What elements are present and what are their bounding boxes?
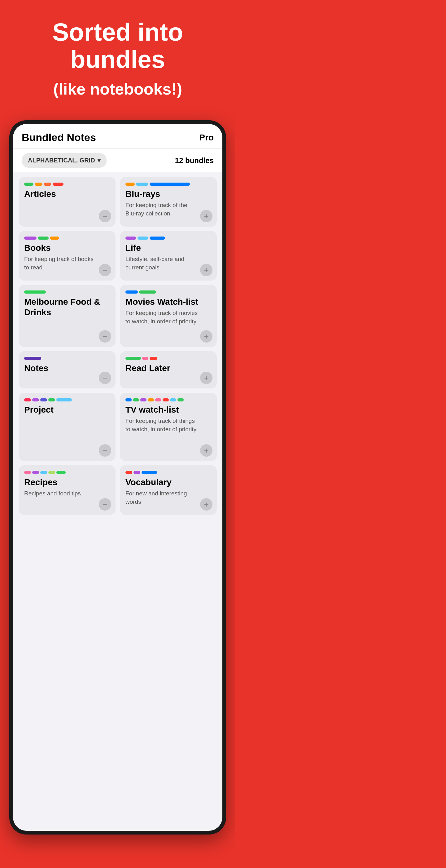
bundle-name-notes: Notes: [24, 363, 110, 374]
bundle-name-vocabulary: Vocabulary: [126, 477, 211, 488]
add-recipes-button[interactable]: +: [99, 498, 111, 510]
color-bar-melbourne: [24, 290, 110, 293]
bundle-name-readlater: Read Later: [126, 363, 211, 374]
sort-label: ALPHABETICAL, GRID: [28, 157, 95, 164]
sort-button[interactable]: ALPHABETICAL, GRID ▾: [22, 153, 107, 168]
bundle-card-books[interactable]: Books For keeping track of books to read…: [19, 231, 115, 281]
bundle-desc-books: For keeping track of books to read.: [24, 255, 110, 272]
bundles-grid: Articles + Blu-rays For keeping track of…: [13, 172, 222, 520]
bundle-card-melbourne[interactable]: Melbourne Food & Drinks +: [19, 285, 115, 347]
bundle-name-melbourne: Melbourne Food & Drinks: [24, 297, 110, 317]
bundle-desc-blurays: For keeping track of the Blu-ray collect…: [126, 201, 211, 218]
hero-title: Sorted into bundles: [12, 19, 223, 73]
bundles-count: 12 bundles: [175, 156, 214, 165]
bundle-desc-tv: For keeping track of things to watch, in…: [126, 417, 211, 433]
add-tv-button[interactable]: +: [200, 444, 212, 457]
add-project-button[interactable]: +: [99, 444, 111, 457]
color-bar-life: [126, 237, 211, 240]
bundle-card-vocabulary[interactable]: Vocabulary For new and interesting words…: [120, 465, 217, 515]
color-bar-articles: [24, 183, 110, 186]
bundle-name-life: Life: [126, 243, 211, 253]
color-bar-readlater: [126, 357, 211, 360]
bundle-name-project: Project: [24, 405, 110, 415]
add-notes-button[interactable]: +: [99, 372, 111, 384]
bundle-name-movies: Movies Watch-list: [126, 297, 211, 307]
color-bar-books: [24, 237, 110, 240]
color-bar-blurays: [126, 183, 211, 186]
bundle-card-tv[interactable]: TV watch-list For keeping track of thing…: [120, 393, 217, 461]
bundle-card-recipes[interactable]: Recipes Recipes and food tips. +: [19, 465, 115, 515]
add-melbourne-button[interactable]: +: [99, 330, 111, 343]
color-bar-movies: [126, 290, 211, 293]
chevron-down-icon: ▾: [98, 157, 100, 164]
add-books-button[interactable]: +: [99, 264, 111, 276]
add-life-button[interactable]: +: [200, 264, 212, 276]
bundle-card-readlater[interactable]: Read Later +: [120, 351, 217, 389]
bundle-desc-movies: For keeping track of movies to watch, in…: [126, 309, 211, 326]
hero-section: Sorted into bundles (like notebooks!): [0, 0, 235, 114]
bundle-desc-recipes: Recipes and food tips.: [24, 490, 110, 498]
bundle-name-articles: Articles: [24, 189, 110, 199]
color-bar-tv: [126, 398, 211, 401]
hero-subtitle: (like notebooks!): [53, 80, 182, 99]
color-bar-recipes: [24, 471, 110, 474]
bundle-card-project[interactable]: Project +: [19, 393, 115, 461]
bundle-name-recipes: Recipes: [24, 477, 110, 488]
color-bar-vocabulary: [126, 471, 211, 474]
add-vocabulary-button[interactable]: +: [200, 498, 212, 510]
add-movies-button[interactable]: +: [200, 330, 212, 343]
add-articles-button[interactable]: +: [99, 210, 111, 222]
bundle-card-life[interactable]: Life Lifestyle, self-care and current go…: [120, 231, 217, 281]
phone-frame: Bundled Notes Pro ALPHABETICAL, GRID ▾ 1…: [9, 120, 226, 835]
bundle-desc-life: Lifestyle, self-care and current goals: [126, 255, 211, 272]
toolbar: ALPHABETICAL, GRID ▾ 12 bundles: [13, 149, 222, 172]
pro-button[interactable]: Pro: [199, 133, 214, 143]
bundle-card-articles[interactable]: Articles +: [19, 177, 115, 227]
bundle-card-blurays[interactable]: Blu-rays For keeping track of the Blu-ra…: [120, 177, 217, 227]
bundle-name-tv: TV watch-list: [126, 405, 211, 415]
app-header: Bundled Notes Pro: [13, 124, 222, 149]
color-bar-notes: [24, 357, 110, 360]
add-readlater-button[interactable]: +: [200, 372, 212, 384]
bundle-card-notes[interactable]: Notes +: [19, 351, 115, 389]
bundle-name-books: Books: [24, 243, 110, 253]
app-title: Bundled Notes: [22, 131, 96, 144]
bundle-name-blurays: Blu-rays: [126, 189, 211, 199]
bundle-desc-vocabulary: For new and interesting words: [126, 490, 211, 506]
add-blurays-button[interactable]: +: [200, 210, 212, 222]
bundle-card-movies[interactable]: Movies Watch-list For keeping track of m…: [120, 285, 217, 347]
phone-screen: Bundled Notes Pro ALPHABETICAL, GRID ▾ 1…: [13, 124, 222, 831]
color-bar-project: [24, 398, 110, 401]
